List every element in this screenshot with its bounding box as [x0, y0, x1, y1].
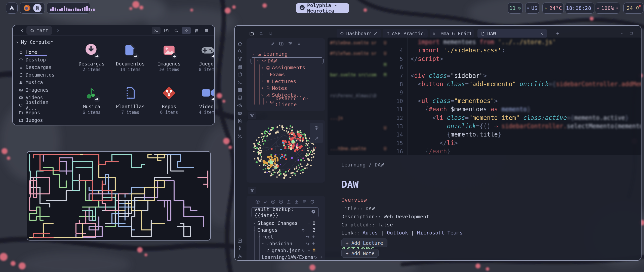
tree-item-notes[interactable]: Notes: [261, 85, 287, 91]
git-row-learning-daw-exams[interactable]: Learning/DAW/Exams: [262, 254, 320, 260]
git-commit-push-button[interactable]: [255, 199, 260, 204]
edit-button[interactable]: [270, 41, 275, 46]
grid-view-button[interactable]: [182, 27, 191, 34]
graph-gear-button[interactable]: [314, 125, 319, 130]
note-link-outlook[interactable]: Outlook: [387, 230, 408, 236]
back-button[interactable]: [18, 27, 26, 34]
folder-videos[interactable]: Videos 4 items: [189, 86, 215, 115]
tray-weather[interactable]: 24°C: [542, 3, 564, 14]
clear-icon[interactable]: [311, 209, 316, 215]
editor-file-entry[interactable]: #fileTwo.svelte src\co...U: [330, 51, 388, 56]
new-folder-button[interactable]: [162, 27, 171, 34]
editor-file-entry[interactable]: ...js: [330, 115, 388, 120]
commit-message-input[interactable]: vault backup: {{date}}: [252, 207, 318, 217]
git-row-root[interactable]: root: [257, 234, 320, 240]
tree-item-assignments[interactable]: Assignments: [261, 64, 305, 71]
search-button[interactable]: [172, 27, 181, 34]
ribbon-blocks-button[interactable]: [237, 64, 243, 70]
git-list-button[interactable]: [302, 199, 307, 204]
ribbon-table-button[interactable]: [237, 87, 243, 93]
tray-clock[interactable]: 18:08:28: [565, 3, 594, 14]
ribbon-code-percent-button[interactable]: <%: [237, 103, 243, 108]
dock-app-firefox[interactable]: [23, 4, 31, 12]
tab-list-button[interactable]: [620, 31, 625, 36]
sidebar-item-imagenes[interactable]: Imagenes: [15, 86, 61, 94]
panel-tab-bookmark[interactable]: [268, 31, 273, 36]
git-upload-button[interactable]: [286, 199, 291, 204]
editor-file-entry[interactable]: bar.svelte src\compon...M: [330, 72, 388, 77]
editor-file-entry[interactable]: U: [330, 125, 388, 130]
tree-item-desarrollo-cliente[interactable]: Desarrollo-Cliente: [265, 98, 325, 105]
new-folder-button[interactable]: [279, 41, 284, 46]
note-breadcrumb[interactable]: Learning / DAW: [341, 162, 463, 168]
sidebar-item-musica[interactable]: Musica: [15, 79, 61, 86]
note-link-aules[interactable]: Aules: [363, 230, 378, 236]
action-button--add-note[interactable]: + Add Note: [341, 249, 379, 258]
git-row-graph.json[interactable]: graph.jsonM: [266, 247, 320, 253]
panel-tab-search[interactable]: [259, 31, 264, 36]
folder-documentos[interactable]: Documentos 14 items: [111, 43, 149, 72]
editor-file-entry[interactable]: #fileOne.svelte src\co...U: [330, 40, 388, 45]
ribbon-calendar-button[interactable]: [237, 72, 243, 77]
ribbon-help-button[interactable]: ?: [237, 246, 243, 251]
ribbon-tools-button[interactable]: [237, 133, 243, 139]
tab-daw[interactable]: DAW: [477, 29, 547, 38]
folder-juegos[interactable]: Juegos 8 items: [189, 43, 215, 72]
tab-asp-practice-6[interactable]: ASP Practice 6: [383, 29, 428, 38]
breadcrumb[interactable]: matt: [26, 26, 52, 35]
tray-keyboard[interactable]: US: [525, 3, 539, 14]
git-download-tray-button[interactable]: [294, 199, 299, 204]
git-plus-circle-button[interactable]: [271, 199, 276, 204]
folder-repos[interactable]: Repos 6 items: [150, 86, 188, 115]
new-tab-button[interactable]: [555, 31, 560, 36]
note-link-microsoft-teams[interactable]: Microsoft Teams: [417, 230, 463, 236]
list-view-button[interactable]: [192, 27, 201, 34]
panel-tab-folder[interactable]: [249, 31, 254, 36]
action-button--add-lecture[interactable]: + Add Lecture: [341, 239, 387, 247]
sidebar-item-descargas[interactable]: Descargas: [15, 63, 61, 71]
menu-button[interactable]: [202, 27, 211, 34]
sidebar-item-desktop[interactable]: Desktop: [15, 56, 61, 63]
graph-panel-tab[interactable]: [248, 112, 256, 119]
sidebar-header[interactable]: My Computer: [15, 39, 61, 45]
launcher-button[interactable]: [6, 3, 18, 14]
code-editor-overlay[interactable]: #fileOne.svelte src\co...U#fileTwo.svelt…: [328, 38, 641, 155]
sidebar-item-documentos[interactable]: Documentos: [15, 71, 61, 79]
ribbon-book-button[interactable]: [237, 95, 243, 100]
tab-close[interactable]: [540, 32, 544, 36]
tree-item-daw[interactable]: DAW: [256, 58, 277, 64]
ribbon-terminal-button[interactable]: [237, 80, 243, 85]
terminal-button[interactable]: [152, 27, 160, 34]
dock-app-files-active[interactable]: [33, 4, 42, 12]
collapse-button[interactable]: [297, 41, 301, 46]
ribbon-gear-button[interactable]: [237, 253, 243, 259]
editor-file-entry[interactable]: M: [330, 62, 388, 67]
sidebar-item-home[interactable]: Home: [15, 48, 61, 56]
git-minus-circle-button[interactable]: [278, 199, 284, 204]
git-row-staged-changes[interactable]: Staged Changes0: [253, 220, 320, 226]
tree-item-learning[interactable]: Learning: [252, 51, 288, 57]
now-playing-pill[interactable]: Polyphia - Neurotica: [296, 3, 349, 13]
toggle-right-sidebar-button[interactable]: [629, 31, 634, 36]
folder-musica[interactable]: Musica 6 items: [73, 86, 110, 115]
tray-notifications[interactable]: 24: [623, 3, 643, 14]
ribbon-home-button[interactable]: [237, 41, 243, 46]
tree-item-lectures[interactable]: Lectures: [261, 78, 296, 85]
ribbon-vault-button[interactable]: [237, 238, 243, 243]
editor-file-entry[interactable]: rs\Ferenc_Almasi\Desktop: [330, 93, 388, 98]
git-row-.obsidian[interactable]: .obsidian: [262, 241, 320, 247]
ribbon-file-search-button[interactable]: [237, 118, 243, 124]
tab-tema-6-pr-cticas-[interactable]: Tema 6 Prácticas -...: [430, 29, 474, 38]
sidebar-item-juegos[interactable]: Juegos: [15, 116, 61, 124]
folder-descargas[interactable]: Descargas 2 items: [73, 43, 110, 72]
tree-item-exams[interactable]: !Exams: [261, 71, 285, 78]
ribbon-gamepad-button[interactable]: [237, 110, 243, 116]
git-panel-tab[interactable]: [248, 187, 256, 194]
tab-dashboard[interactable]: Dashboard: [337, 29, 381, 38]
editor-file-entry[interactable]: ...tOne.svelteU: [330, 146, 388, 151]
graph-wand-button[interactable]: [314, 136, 319, 141]
git-check-button[interactable]: [263, 199, 268, 204]
sidebar-item-obsidian-v-[interactable]: Obsidian V...: [15, 101, 61, 109]
git-refresh-button[interactable]: [310, 199, 315, 204]
ribbon-search-button[interactable]: [237, 49, 243, 54]
